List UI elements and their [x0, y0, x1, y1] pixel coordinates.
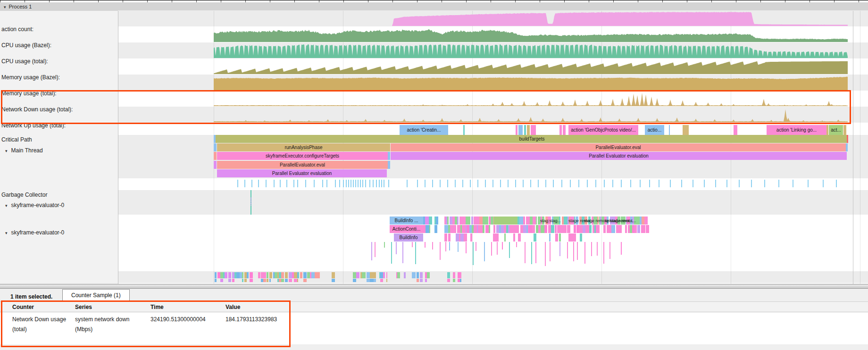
trace-slice[interactable]	[564, 217, 568, 225]
gc-tick[interactable]	[704, 180, 705, 187]
flame-slice[interactable]: Parallel Evaluator evaluation	[217, 169, 387, 177]
track-label-counter[interactable]: CPU usage (Bazel):	[1, 42, 51, 49]
gc-tick[interactable]	[587, 180, 588, 187]
gc-tick[interactable]	[649, 180, 650, 187]
gc-tick[interactable]	[384, 180, 384, 187]
gc-tick[interactable]	[764, 180, 765, 187]
gc-tick[interactable]	[621, 180, 622, 187]
trace-slice[interactable]	[642, 225, 645, 233]
critical-path-slice[interactable]: action 'GenObjcProtos video/...	[568, 125, 638, 135]
gc-tick[interactable]	[339, 180, 340, 187]
critical-path-slice[interactable]	[669, 125, 670, 135]
gc-tick[interactable]	[388, 180, 389, 187]
gc-tick[interactable]	[595, 180, 596, 187]
collapse-arrow-icon[interactable]: ▾	[5, 203, 8, 208]
trace-slice[interactable]	[429, 225, 430, 233]
gc-tick[interactable]	[477, 180, 478, 187]
flame-slice[interactable]	[846, 143, 848, 151]
trace-slice[interactable]	[215, 279, 217, 282]
collapse-arrow-icon[interactable]: ▾	[4, 3, 6, 11]
trace-slice[interactable]	[220, 279, 223, 282]
track-label-skyframe-0b[interactable]: ▾skyframe-evaluator-0	[0, 229, 64, 236]
trace-slice[interactable]	[559, 233, 561, 242]
skyframe-slice[interactable]: BuildInfo	[394, 233, 423, 242]
trace-slice[interactable]	[526, 217, 530, 225]
gc-tick[interactable]	[640, 180, 641, 187]
trace-slice[interactable]	[529, 225, 532, 233]
gc-tick[interactable]	[485, 180, 486, 187]
gc-tick[interactable]	[462, 180, 463, 187]
track-label-skyframe-0a[interactable]: ▾skyframe-evaluator-0	[0, 202, 64, 208]
trace-slice[interactable]	[303, 272, 307, 278]
critical-path-slice[interactable]	[524, 125, 526, 135]
trace-slice[interactable]	[436, 217, 438, 225]
gc-tick[interactable]	[348, 180, 349, 187]
trace-slice[interactable]	[479, 217, 483, 225]
trace-slice[interactable]	[483, 225, 484, 233]
trace-slice[interactable]	[247, 272, 249, 278]
trace-slice[interactable]	[289, 279, 292, 282]
gc-tick[interactable]	[455, 180, 456, 187]
critical-path-slice[interactable]: action 'Creatin...	[400, 125, 448, 135]
gc-tick[interactable]	[670, 180, 671, 187]
skyframe-slice[interactable]	[494, 217, 517, 225]
gc-tick[interactable]	[530, 180, 531, 187]
trace-slice[interactable]	[523, 225, 526, 233]
trace-slice[interactable]	[225, 272, 227, 278]
trace-slice[interactable]	[556, 233, 558, 242]
critical-path-slice[interactable]	[518, 125, 523, 135]
gc-tick[interactable]	[360, 180, 361, 187]
trace-slice[interactable]	[460, 279, 461, 282]
track-label-critical-path[interactable]: Critical Path	[1, 136, 32, 143]
trace-slice[interactable]	[618, 225, 622, 233]
trace-slice[interactable]	[559, 225, 562, 233]
trace-slice[interactable]	[215, 272, 217, 278]
gc-tick[interactable]	[376, 180, 377, 187]
trace-slice[interactable]	[374, 272, 376, 278]
gc-tick[interactable]	[362, 180, 363, 187]
critical-path-slice[interactable]	[843, 125, 846, 135]
trace-slice[interactable]	[532, 225, 535, 233]
gc-tick[interactable]	[793, 180, 793, 187]
gc-tick[interactable]	[523, 180, 524, 187]
trace-slice[interactable]	[250, 272, 253, 278]
trace-slice[interactable]	[523, 217, 525, 225]
trace-slice[interactable]	[544, 225, 547, 233]
trace-slice[interactable]	[513, 233, 515, 242]
gc-tick[interactable]	[612, 180, 613, 187]
flame-slice[interactable]	[214, 161, 217, 169]
critical-path-slice[interactable]: actio...	[645, 125, 664, 135]
gc-tick[interactable]	[425, 180, 426, 187]
gc-tick[interactable]	[823, 180, 824, 187]
gc-tick[interactable]	[432, 180, 433, 187]
trace-slice[interactable]	[453, 279, 456, 282]
tab-counter-sample[interactable]: Counter Sample (1)	[62, 289, 130, 301]
trace-slice[interactable]	[242, 272, 244, 278]
gc-tick[interactable]	[604, 180, 605, 187]
critical-path-slice[interactable]	[683, 125, 689, 135]
trace-slice[interactable]	[356, 272, 359, 278]
gc-tick[interactable]	[417, 180, 418, 187]
trace-slice[interactable]	[384, 272, 385, 278]
gc-tick[interactable]	[365, 180, 366, 187]
trace-slice[interactable]	[453, 272, 456, 278]
trace-slice[interactable]	[434, 225, 437, 233]
track-label-counter[interactable]: action count:	[1, 26, 33, 33]
collapse-arrow-icon[interactable]: ▾	[5, 231, 8, 235]
track-label-main-thread[interactable]: ▾Main Thread	[0, 147, 43, 154]
trace-slice[interactable]	[317, 272, 320, 278]
gc-tick[interactable]	[353, 180, 354, 187]
collapse-arrow-icon[interactable]: ▾	[5, 149, 8, 153]
gc-tick[interactable]	[407, 180, 408, 187]
trace-slice[interactable]	[285, 279, 288, 282]
trace-slice[interactable]	[460, 272, 461, 278]
flame-slice[interactable]	[214, 143, 217, 151]
gc-tick[interactable]	[500, 180, 501, 187]
gc-tick[interactable]	[447, 180, 448, 187]
critical-path-slice[interactable]	[516, 125, 517, 135]
critical-path-slice[interactable]	[527, 125, 530, 135]
trace-slice[interactable]	[364, 272, 366, 278]
trace-slice[interactable]	[534, 233, 537, 242]
counter-chart-action-count[interactable]	[214, 11, 848, 26]
gc-tick[interactable]	[578, 180, 579, 187]
